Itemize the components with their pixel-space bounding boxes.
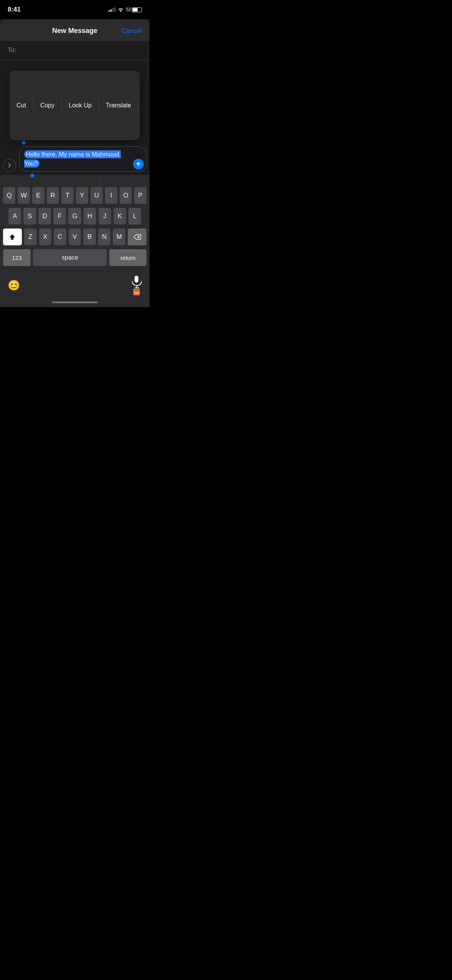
key-d[interactable]: D [38,208,51,225]
svg-rect-0 [135,276,138,283]
cancel-button[interactable]: Cancel [122,27,142,35]
to-label: To: [8,46,16,54]
key-r[interactable]: R [47,187,59,204]
keyboard-row-3: Z X C V B N M [2,229,148,245]
key-v[interactable]: V [69,229,81,245]
shift-key[interactable] [3,229,22,245]
selection-handle-top [22,141,26,145]
svg-text:XDA: XDA [134,291,140,294]
key-t[interactable]: T [61,187,74,204]
space-key[interactable]: space [33,249,107,266]
status-time: 8:41 [8,6,21,13]
home-indicator [0,299,150,307]
message-body: Cut Copy Look Up Translate › Hello there… [0,60,150,175]
to-input[interactable] [19,46,142,54]
key-p[interactable]: P [134,187,146,204]
key-f[interactable]: F [53,208,66,225]
key-y[interactable]: Y [76,187,88,204]
key-w[interactable]: W [18,187,30,204]
context-menu: Cut Copy Look Up Translate › [10,71,140,140]
look-up-button[interactable]: Look Up [62,97,99,113]
header-title: New Message [52,27,97,35]
key-x[interactable]: X [39,229,52,245]
message-input-area: Hello there. My name is Mahmoud. You? [3,146,146,172]
more-button[interactable]: › [138,97,140,113]
key-m[interactable]: M [113,229,125,245]
bottom-bar: 😊 XDA [0,271,150,299]
signal-icon [108,7,115,12]
key-b[interactable]: B [83,229,96,245]
to-field[interactable]: To: [0,41,150,60]
keyboard-row-4: 123 space return [2,249,148,266]
key-j[interactable]: J [99,208,111,225]
key-n[interactable]: N [98,229,111,245]
key-u[interactable]: U [90,187,103,204]
message-bubble[interactable]: Hello there. My name is Mahmoud. You? [19,146,146,172]
emoji-button[interactable]: 😊 [8,280,20,291]
home-bar [52,301,98,303]
send-button[interactable] [133,159,144,169]
key-c[interactable]: C [54,229,66,245]
key-q[interactable]: Q [3,187,15,204]
wifi-icon [118,7,124,12]
status-bar: 8:41 52 [0,0,150,19]
predictive-row [2,178,148,187]
key-g[interactable]: G [68,208,81,225]
delete-key[interactable] [128,229,146,245]
copy-button[interactable]: Copy [33,97,62,113]
message-text[interactable]: Hello there. My name is Mahmoud. You? [24,150,121,168]
key-k[interactable]: K [113,208,126,225]
xda-logo: XDA [133,289,140,295]
battery-icon: 52 [126,7,142,12]
key-h[interactable]: H [84,208,96,225]
predictive-item-1[interactable] [2,180,51,183]
keyboard: Q W E R T Y U I O P A S D F G H J K L Z … [0,175,150,271]
battery-level: 52 [126,7,131,12]
key-e[interactable]: E [32,187,44,204]
status-icons: 52 [108,7,142,12]
predictive-item-3[interactable] [99,180,148,183]
key-o[interactable]: O [120,187,132,204]
predictive-item-2[interactable] [51,180,100,183]
return-key[interactable]: return [109,249,146,266]
keyboard-row-1: Q W E R T Y U I O P [2,187,148,204]
numbers-key[interactable]: 123 [3,249,31,266]
keyboard-row-2: A S D F G H J K L [2,208,148,225]
selection-handle-bottom [30,174,34,178]
dictation-button[interactable]: XDA [131,275,142,295]
key-l[interactable]: L [128,208,141,225]
translate-button[interactable]: Translate [99,97,138,113]
new-message-header: New Message Cancel [0,19,150,41]
key-s[interactable]: S [23,208,36,225]
cut-button[interactable]: Cut [10,97,33,113]
key-a[interactable]: A [8,208,21,225]
expand-button[interactable] [3,159,16,172]
key-z[interactable]: Z [24,229,37,245]
key-i[interactable]: I [105,187,117,204]
